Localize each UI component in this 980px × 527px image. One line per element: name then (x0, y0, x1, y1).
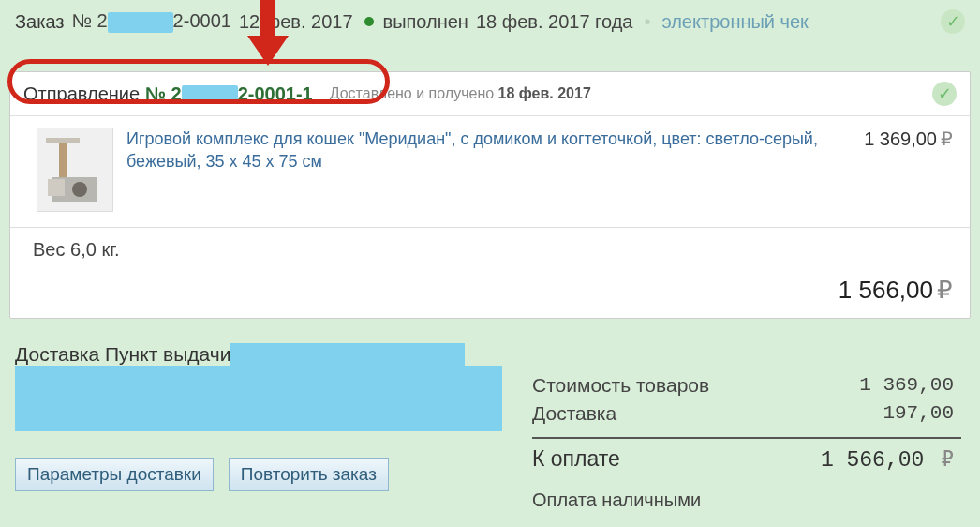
shipment-header: Отправление № 22-0001-1 Доставлено и пол… (10, 72, 970, 116)
order-number-suffix: 2-0001 (173, 10, 231, 31)
summary-delivery-label: Доставка (532, 402, 616, 425)
shipment-label: Отправление (23, 83, 140, 104)
weight-line: Вес 6,0 кг. (10, 228, 970, 270)
shipment-number-prefix: № 2 (145, 83, 182, 104)
product-name-link[interactable]: Игровой комплекс для кошек "Меридиан", с… (126, 128, 851, 212)
ruble-icon: ₽ (933, 276, 953, 304)
shipment-subtotal: 1 566,00₽ (10, 270, 970, 318)
check-icon: ✓ (941, 9, 965, 34)
svg-point-5 (72, 182, 87, 197)
ruble-icon: ₽ (937, 448, 954, 473)
order-number-masked (108, 12, 173, 33)
svg-rect-2 (46, 138, 80, 143)
delivery-label: Доставка Пункт выдачи (15, 343, 230, 365)
bottom-section: Доставка Пункт выдачи Параметры доставки… (9, 343, 971, 511)
separator-dot-icon: • (640, 11, 654, 33)
product-thumbnail[interactable] (37, 128, 113, 212)
delivery-info: Доставка Пункт выдачи Параметры доставки… (15, 343, 502, 511)
order-completed-date: 18 фев. 2017 года (476, 11, 633, 33)
order-label: Заказ (15, 11, 64, 33)
order-check-badge: ✓ (941, 9, 965, 34)
order-date: 12 фев. 2017 (239, 11, 353, 33)
summary-divider (532, 437, 961, 439)
svg-marker-1 (247, 36, 289, 66)
order-summary: Стоимость товаров 1 369,00 Доставка 197,… (528, 343, 965, 511)
electronic-receipt-link[interactable]: электронный чек (661, 11, 808, 33)
check-icon: ✓ (932, 82, 957, 106)
summary-total-label: К оплате (532, 446, 620, 473)
order-item-row: Игровой комплекс для кошек "Меридиан", с… (10, 116, 970, 219)
summary-total-value: 1 566,00 ₽ (821, 446, 954, 473)
ruble-icon: ₽ (937, 128, 953, 149)
summary-goods-label: Стоимость товаров (532, 374, 709, 397)
svg-rect-6 (48, 179, 65, 196)
product-price: 1 369,00₽ (864, 128, 953, 212)
shipment-number-suffix: 2-0001-1 (238, 83, 313, 104)
delivery-address-masked (230, 343, 465, 368)
shipment-check-badge: ✓ (932, 82, 957, 106)
payment-method: Оплата наличными (528, 474, 965, 511)
summary-goods-value: 1 369,00 (859, 374, 954, 397)
repeat-order-button[interactable]: Повторить заказ (229, 458, 389, 491)
shipment-card: Отправление № 22-0001-1 Доставлено и пол… (9, 71, 971, 319)
status-dot-icon (364, 17, 374, 26)
summary-delivery-value: 197,00 (883, 402, 954, 425)
delivery-address-masked-block (15, 366, 502, 431)
order-status: выполнен (383, 11, 468, 33)
svg-rect-3 (59, 143, 67, 177)
shipment-status: Доставлено и получено 18 фев. 2017 (330, 85, 591, 102)
order-number-prefix: № 2 (71, 10, 107, 31)
shipment-number-masked (182, 85, 238, 104)
delivery-params-button[interactable]: Параметры доставки (15, 458, 214, 491)
order-header: Заказ № 22-0001 12 фев. 2017 выполнен 18… (9, 6, 971, 38)
shipment-status-date: 18 фев. 2017 (498, 85, 591, 101)
